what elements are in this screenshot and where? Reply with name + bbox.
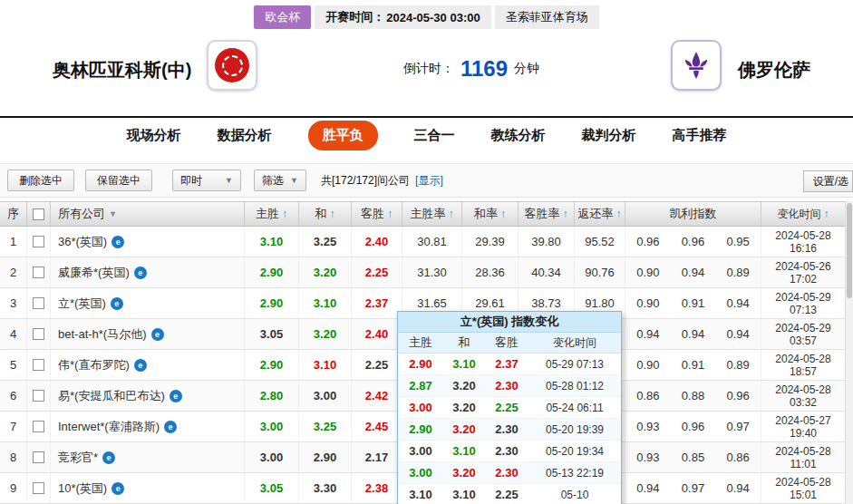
row-checkbox[interactable] [33,359,44,371]
kelly-value: 0.97 [715,420,761,433]
header-draw-odds[interactable]: 和↑ [299,202,352,226]
popup-row: 2.903.102.3705-29 07:13 [398,354,621,375]
header-home-rate[interactable]: 主胜率↑ [402,202,462,226]
popup-draw-odds: 3.20 [443,419,485,440]
row-checkbox[interactable] [33,451,44,463]
company-odds-history-icon[interactable]: e [164,421,177,433]
row-checkbox[interactable] [33,267,44,278]
odds-home-cell[interactable]: 2.90 [245,350,299,380]
tab-three-in-one[interactable]: 三合一 [414,127,455,144]
odds-home-cell[interactable]: 3.00 [245,442,299,472]
tab-data-analysis[interactable]: 数据分析 [218,127,272,144]
sort-up-arrow-icon[interactable]: ↑ [563,208,568,220]
odds-draw-cell[interactable]: 3.20 [299,257,352,287]
odds-draw-cell[interactable]: 3.10 [299,288,352,318]
sort-up-arrow-icon[interactable]: ↑ [616,208,622,220]
table-scrollbar-thumb[interactable] [847,203,852,298]
tab-win-draw-lose[interactable]: 胜平负 [308,121,378,150]
odds-home-cell[interactable]: 2.90 [245,288,299,318]
row-checkbox[interactable] [33,297,44,309]
tab-coach-analysis[interactable]: 教练分析 [491,127,546,144]
company-odds-history-icon[interactable]: e [102,451,115,464]
header-away-label: 客胜 [361,206,384,222]
header-draw-rate[interactable]: 和率↑ [462,202,519,226]
odds-home-cell[interactable]: 3.10 [245,227,299,257]
company-odds-history-icon[interactable]: e [134,359,147,372]
company-cell: bet-at-h*(马尔他)e [51,319,245,349]
row-checkbox[interactable] [33,236,44,247]
settings-button[interactable]: 设置/选 [803,170,853,192]
row-checkbox[interactable] [33,482,44,494]
odds-draw-cell[interactable]: 3.00 [299,381,352,411]
row-checkbox[interactable] [33,421,44,432]
sort-up-arrow-icon[interactable]: ↑ [282,208,287,220]
header-home-odds[interactable]: 主胜↑ [245,202,299,226]
company-odds-history-icon[interactable]: e [111,236,124,248]
odds-home-cell[interactable]: 3.00 [245,412,299,441]
company-name[interactable]: 竞彩官* [58,450,98,466]
tab-referee-analysis[interactable]: 裁判分析 [582,127,636,144]
filter-dropdown[interactable]: 筛选 ▼ [254,170,306,191]
odds-draw-cell[interactable]: 3.25 [299,412,352,441]
company-name[interactable]: 伟*(直布罗陀) [58,357,130,373]
odds-away-cell[interactable]: 2.17 [352,442,402,472]
delete-selected-button[interactable]: 删除选中 [7,170,74,191]
odds-draw-cell[interactable]: 3.20 [299,319,352,349]
header-away-odds[interactable]: 客胜↑ [352,202,402,226]
odds-home-cell[interactable]: 3.05 [245,473,299,503]
row-index: 3 [0,288,27,318]
company-name[interactable]: 36*(英国) [58,234,107,250]
home-team-name: 奥林匹亚科斯(中) [53,58,191,82]
row-index: 5 [0,350,27,380]
league-badge: 欧会杯 [254,5,311,29]
time-filter-dropdown[interactable]: 即时 ▼ [172,170,241,191]
company-name[interactable]: 10*(英国) [58,480,107,497]
odds-draw-cell[interactable]: 3.30 [299,473,352,503]
odds-away-cell[interactable]: 2.38 [352,473,402,503]
company-filter-caret-icon[interactable]: ▼ [109,209,117,218]
company-name[interactable]: 立*(英国) [58,296,106,312]
row-checkbox[interactable] [33,328,44,340]
odds-home-cell[interactable]: 2.90 [245,257,299,287]
sort-up-arrow-icon[interactable]: ↑ [500,208,506,220]
odds-home-cell[interactable]: 2.80 [245,381,299,411]
select-all-checkbox[interactable] [33,208,44,220]
odds-away-cell[interactable]: 2.40 [352,319,402,349]
odds-away-cell[interactable]: 2.25 [352,257,402,287]
company-name[interactable]: 易*(安提瓜和巴布达) [58,388,165,404]
odds-draw-cell[interactable]: 3.10 [299,350,352,380]
company-odds-history-icon[interactable]: e [151,328,164,341]
sort-up-arrow-icon[interactable]: ↑ [449,208,454,220]
company-name[interactable]: 威廉希*(英国) [58,265,130,281]
kelly-value: 0.86 [715,451,761,464]
popup-away-odds: 2.25 [485,484,528,504]
tab-expert-picks[interactable]: 高手推荐 [673,127,727,144]
sort-up-arrow-icon[interactable]: ↑ [387,208,393,220]
row-checkbox[interactable] [33,390,44,402]
sort-up-arrow-icon[interactable]: ↑ [330,208,335,220]
odds-away-cell[interactable]: 2.42 [352,381,402,411]
odds-away-cell[interactable]: 2.37 [352,288,402,318]
company-odds-history-icon[interactable]: e [134,267,147,279]
header-change-time[interactable]: 变化时间↑ [761,202,845,226]
odds-draw-cell[interactable]: 3.25 [299,227,352,257]
table-scrollbar-track[interactable] [845,201,853,504]
company-odds-history-icon[interactable]: e [111,297,123,310]
header-away-rate[interactable]: 客胜率↑ [519,202,575,226]
header-company[interactable]: 所有公司▼ [51,202,245,226]
header-payout-rate[interactable]: 返还率↑ [575,202,625,226]
company-odds-history-icon[interactable]: e [111,482,124,495]
odds-away-cell[interactable]: 2.40 [352,227,402,257]
odds-home-cell[interactable]: 3.05 [245,319,299,349]
keep-selected-button[interactable]: 保留选中 [85,170,152,191]
odds-away-cell[interactable]: 2.25 [352,350,402,380]
tab-live-analysis[interactable]: 现场分析 [127,127,181,144]
show-link[interactable]: [显示] [415,173,443,189]
company-name[interactable]: bet-at-h*(马尔他) [58,326,147,343]
company-cell: 伟*(直布罗陀)e [51,350,245,380]
odds-away-cell[interactable]: 2.45 [352,412,402,441]
sort-up-arrow-icon[interactable]: ↑ [824,208,829,220]
company-odds-history-icon[interactable]: e [170,390,182,402]
company-name[interactable]: Interwet*(塞浦路斯) [58,419,160,435]
odds-draw-cell[interactable]: 2.90 [299,442,352,472]
